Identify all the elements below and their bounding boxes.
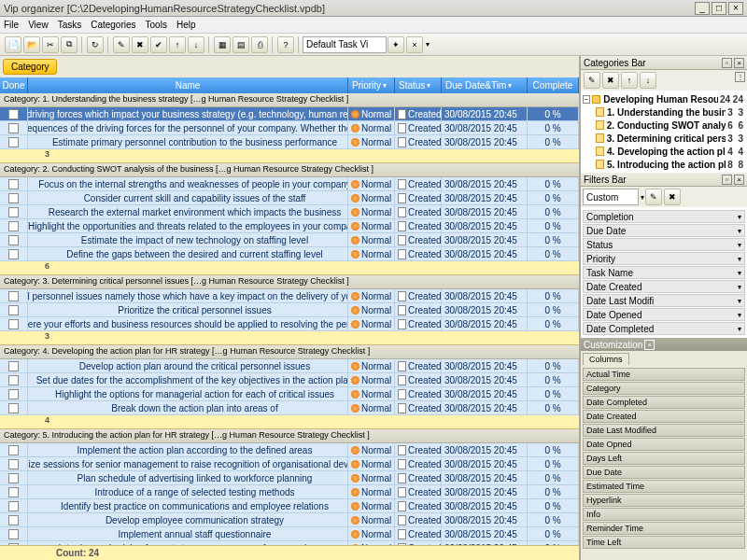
- col-complete[interactable]: Complete: [528, 77, 579, 93]
- chevron-down-icon[interactable]: ▾: [738, 255, 741, 263]
- customization-tab-columns[interactable]: Columns: [583, 353, 629, 365]
- menu-help[interactable]: Help: [176, 20, 196, 30]
- task-checkbox[interactable]: [0, 135, 28, 148]
- tool-open-icon[interactable]: 📂: [23, 36, 40, 53]
- filter-row[interactable]: Date Completed▾: [583, 322, 745, 335]
- col-done[interactable]: Done: [0, 77, 28, 93]
- task-row[interactable]: Organize sessions for senior management …: [0, 457, 579, 471]
- task-row[interactable]: Break down the action plan into areas of…: [0, 401, 579, 415]
- tool-copy-icon[interactable]: ⧉: [61, 36, 78, 53]
- task-checkbox[interactable]: [0, 233, 28, 246]
- filter-row[interactable]: Date Opened▾: [583, 308, 745, 321]
- task-row[interactable]: Plan schedule of advertising linked to w…: [0, 471, 579, 485]
- customization-row[interactable]: Reminder Time: [583, 522, 745, 535]
- chevron-down-icon[interactable]: ▾: [738, 311, 741, 319]
- tree-item[interactable]: 2. Conducting SWOT analysis o6 6: [583, 119, 745, 132]
- task-row[interactable]: Focus on the internal strengths and weak…: [0, 177, 579, 191]
- tree-root[interactable]: −Developing Human Resource S24 24: [583, 92, 745, 105]
- maximize-button[interactable]: □: [712, 2, 726, 15]
- chevron-down-icon[interactable]: ▾: [738, 213, 741, 221]
- task-row[interactable]: Implement the action plan according to t…: [0, 443, 579, 457]
- chevron-down-icon[interactable]: ▾: [738, 269, 741, 277]
- task-checkbox[interactable]: [0, 121, 28, 134]
- customization-row[interactable]: Date Last Modified: [583, 424, 745, 437]
- tool-down-icon[interactable]: ↓: [188, 36, 204, 53]
- task-row[interactable]: Define consequences of the driving force…: [0, 121, 579, 135]
- task-checkbox[interactable]: [0, 443, 28, 456]
- cat-tool-4-icon[interactable]: ↓: [640, 72, 656, 89]
- customization-row[interactable]: Hyperlink: [583, 494, 745, 507]
- tool-help-icon[interactable]: ?: [277, 36, 294, 53]
- task-row[interactable]: Estimate primary personnel contribution …: [0, 135, 579, 149]
- menu-view[interactable]: View: [28, 20, 49, 30]
- task-row[interactable]: Research the external market environment…: [0, 205, 579, 219]
- cat-tool-2-icon[interactable]: ✖: [602, 72, 619, 89]
- tool-new-icon[interactable]: 📄: [5, 36, 21, 53]
- tool-refresh-icon[interactable]: ↻: [87, 36, 104, 53]
- collapse-icon[interactable]: −: [583, 95, 590, 104]
- col-datetime[interactable]: Due Date&Tim▾: [442, 77, 528, 93]
- tool-wand-icon[interactable]: ✦: [388, 36, 404, 53]
- menu-file[interactable]: File: [4, 20, 19, 30]
- filter-row[interactable]: Priority▾: [583, 252, 745, 265]
- customization-row[interactable]: Days Left: [583, 452, 745, 465]
- filter-custom-input[interactable]: [583, 189, 639, 205]
- chevron-down-icon[interactable]: ▾: [738, 241, 741, 249]
- task-row[interactable]: Implement annual staff questionnaireNorm…: [0, 527, 579, 541]
- task-row[interactable]: Identify the critical personnel issues n…: [0, 289, 579, 303]
- tool-print-icon[interactable]: ⎙: [251, 36, 268, 53]
- filter-row[interactable]: Due Date▾: [583, 224, 745, 237]
- task-checkbox[interactable]: [0, 513, 28, 526]
- category-row[interactable]: Category: 2. Conducting SWOT analysis of…: [0, 163, 579, 177]
- task-row[interactable]: Highlight the opportunities and threats …: [0, 219, 579, 233]
- task-checkbox[interactable]: [0, 387, 28, 400]
- cust-close-icon[interactable]: ×: [644, 340, 655, 350]
- tool-up-icon[interactable]: ↑: [169, 36, 186, 53]
- task-checkbox[interactable]: [0, 219, 28, 232]
- filter-tool-2-icon[interactable]: ✖: [664, 189, 681, 205]
- task-row[interactable]: Define the gaps between the desired and …: [0, 247, 579, 261]
- tree-item[interactable]: 4. Developing the action plan f4 4: [583, 145, 745, 158]
- tree-item[interactable]: 5. Introducing the action plan f8 8: [583, 158, 745, 171]
- filter-dd-icon[interactable]: ▾: [641, 193, 644, 202]
- category-row[interactable]: Category: 1. Understanding the business …: [0, 93, 579, 107]
- customization-row[interactable]: Info: [583, 508, 745, 521]
- col-priority[interactable]: Priority▾: [348, 77, 395, 93]
- task-row[interactable]: Develop employee communication strategyN…: [0, 513, 579, 527]
- tool-grid-icon[interactable]: ▦: [214, 36, 231, 53]
- filter-close-icon[interactable]: ×: [734, 175, 744, 185]
- menu-tasks[interactable]: Tasks: [58, 20, 82, 30]
- task-row[interactable]: Consider current skill and capability is…: [0, 191, 579, 205]
- task-checkbox[interactable]: [0, 177, 28, 190]
- chevron-down-icon[interactable]: ▾: [738, 227, 741, 235]
- col-status[interactable]: Status▾: [395, 77, 442, 93]
- tool-delete-icon[interactable]: ✖: [132, 36, 148, 53]
- task-checkbox[interactable]: [0, 499, 28, 512]
- customization-row[interactable]: Time Left: [583, 536, 745, 549]
- minimize-button[interactable]: _: [695, 2, 710, 15]
- task-checkbox[interactable]: [0, 401, 28, 414]
- panel-close-icon[interactable]: ×: [734, 58, 744, 68]
- filter-tool-1-icon[interactable]: ✎: [645, 189, 662, 205]
- toolbar-dropdown-icon[interactable]: ▾: [426, 40, 430, 49]
- cat-menu-icon[interactable]: ⋮: [735, 72, 745, 82]
- task-checkbox[interactable]: [0, 527, 28, 540]
- task-checkbox[interactable]: [0, 359, 28, 372]
- filter-row[interactable]: Task Name▾: [583, 266, 745, 279]
- tool-edit-icon[interactable]: ✎: [113, 36, 130, 53]
- task-checkbox[interactable]: [0, 471, 28, 484]
- tree-item[interactable]: 3. Determining critical personne3 3: [583, 132, 745, 145]
- task-checkbox[interactable]: [0, 289, 28, 302]
- customization-row[interactable]: Date Completed: [583, 396, 745, 409]
- tool-grid2-icon[interactable]: ▤: [233, 36, 249, 53]
- cat-tool-3-icon[interactable]: ↑: [621, 72, 638, 89]
- task-row[interactable]: Identify best practice on communications…: [0, 499, 579, 513]
- toolbar-search-input[interactable]: [303, 36, 387, 53]
- menu-categories[interactable]: Categories: [91, 20, 135, 30]
- chevron-down-icon[interactable]: ▾: [738, 297, 741, 305]
- task-row[interactable]: Introduce of a range of selected testing…: [0, 485, 579, 499]
- task-checkbox[interactable]: [0, 205, 28, 218]
- tool-cut-icon[interactable]: ✂: [42, 36, 59, 53]
- task-checkbox[interactable]: [0, 107, 28, 120]
- customization-row[interactable]: Date Created: [583, 410, 745, 423]
